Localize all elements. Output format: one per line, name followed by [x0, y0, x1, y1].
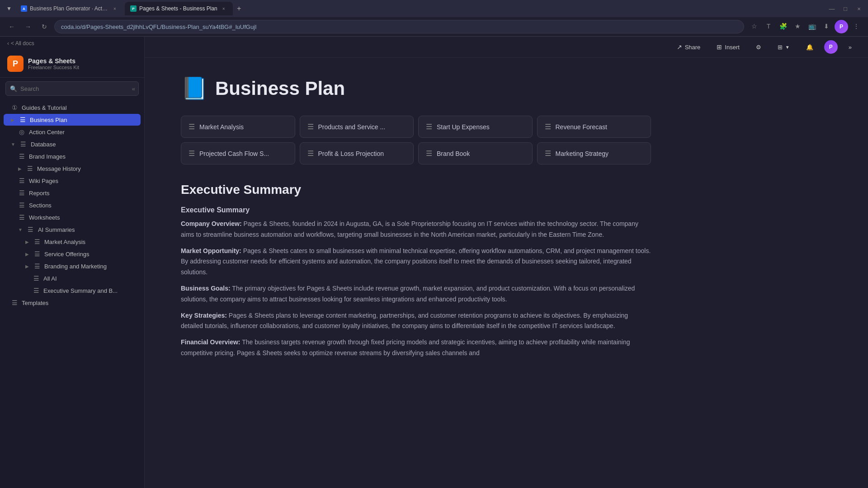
collapse-sidebar-button[interactable]: »	[843, 42, 857, 53]
page-content: 📘 Business Plan ☰ Market Analysis ☰ Prod…	[145, 58, 687, 391]
para-business-goals: Business Goals: The primary objectives f…	[181, 283, 651, 305]
card-products-service[interactable]: ☰ Products and Service ...	[300, 116, 414, 138]
tab-2-close[interactable]: ×	[220, 5, 227, 12]
templates-icon: ☰	[11, 299, 18, 306]
action-center-label: Action Center	[29, 129, 133, 136]
sidebar-item-templates[interactable]: ☰ Templates	[4, 297, 141, 309]
sidebar-item-business-plan[interactable]: ▶ ☰ Business Plan	[4, 114, 141, 126]
sidebar-item-market-analysis[interactable]: ▶ ☰ Market Analysis	[4, 236, 141, 248]
new-tab-button[interactable]: +	[234, 3, 245, 14]
card-brand-book-icon: ☰	[426, 149, 432, 158]
tab-2[interactable]: P Pages & Sheets - Business Plan ×	[125, 2, 233, 15]
profile-avatar[interactable]: P	[835, 20, 848, 33]
search-input[interactable]	[5, 81, 139, 96]
card-cash-flow[interactable]: ☰ Projected Cash Flow S...	[181, 142, 295, 164]
bell-button[interactable]: 🔔	[801, 42, 819, 53]
download-icon[interactable]: ⬇	[820, 20, 833, 33]
insert-icon: ⊞	[717, 43, 722, 51]
card-market-analysis[interactable]: ☰ Market Analysis	[181, 116, 295, 138]
layout-button[interactable]: ⊞ ▼	[772, 42, 795, 53]
para-key-strategies: Key Strategies: Pages & Sheets plans to …	[181, 310, 651, 332]
card-marketing-strategy[interactable]: ☰ Marketing Strategy	[537, 142, 651, 164]
business-plan-expand-icon: ▶	[11, 117, 14, 122]
sections-icon: ☰	[18, 202, 25, 209]
tab-group-button[interactable]: ▼	[4, 3, 14, 14]
sidebar-item-reports[interactable]: ☰ Reports	[4, 187, 141, 199]
user-avatar[interactable]: P	[824, 40, 838, 54]
sidebar-item-service-offerings[interactable]: ▶ ☰ Service Offerings	[4, 248, 141, 260]
templates-label: Templates	[22, 300, 133, 306]
settings-icon: ⚙	[756, 44, 761, 51]
market-analysis-expand-icon: ▶	[25, 239, 29, 244]
section-heading: Executive Summary	[181, 183, 651, 197]
para-key-strategies-label: Key Strategies:	[181, 312, 227, 319]
card-brand-book[interactable]: ☰ Brand Book	[418, 142, 533, 164]
worksheets-icon: ☰	[18, 214, 25, 221]
sidebar-item-brand-images[interactable]: ☰ Brand Images	[4, 150, 141, 162]
back-arrow-icon: ‹	[7, 40, 9, 47]
service-offerings-expand-icon: ▶	[25, 252, 29, 257]
sidebar-item-branding-marketing[interactable]: ▶ ☰ Branding and Marketing	[4, 260, 141, 272]
workspace-icon: P	[7, 56, 24, 72]
sidebar-item-executive-summary[interactable]: ☰ Executive Summary and B...	[4, 285, 141, 296]
para-company-overview: Company Overview: Pages & Sheets, founde…	[181, 219, 651, 240]
menu-icon[interactable]: ⋮	[850, 20, 863, 33]
card-products-service-icon: ☰	[307, 122, 314, 131]
sidebar-item-action-center[interactable]: ◎ Action Center	[4, 126, 141, 138]
translate-icon[interactable]: T	[762, 20, 775, 33]
card-marketing-strategy-label: Marketing Strategy	[556, 150, 609, 157]
forward-button[interactable]: →	[22, 20, 34, 33]
cast-icon[interactable]: 📺	[806, 20, 818, 33]
sidebar-item-all-ai[interactable]: ☰ All AI	[4, 272, 141, 284]
extensions-icon[interactable]: 🧩	[777, 20, 789, 33]
share-label: Share	[685, 44, 701, 51]
business-plan-icon: ☰	[19, 116, 26, 123]
tab-1-close[interactable]: ×	[111, 5, 118, 12]
sidebar-header: P Pages & Sheets Freelancer Success Kit	[0, 50, 144, 78]
back-to-all-docs[interactable]: ‹ < All docs	[0, 37, 144, 50]
card-brand-book-label: Brand Book	[437, 150, 470, 157]
settings-button[interactable]: ⚙	[750, 42, 767, 53]
back-button[interactable]: ←	[5, 20, 18, 33]
business-plan-label: Business Plan	[30, 117, 133, 123]
minimize-button[interactable]: —	[826, 3, 837, 14]
bookmark-icon[interactable]: ☆	[748, 20, 760, 33]
sidebar-item-worksheets[interactable]: ☰ Worksheets	[4, 211, 141, 223]
star-icon[interactable]: ★	[791, 20, 804, 33]
url-bar[interactable]: coda.io/d/Pages-Sheets_d2jlhhLvQFL/Busin…	[54, 20, 744, 33]
message-history-label: Message History	[37, 165, 133, 172]
sidebar-item-sections[interactable]: ☰ Sections	[4, 199, 141, 211]
search-container: 🔍 «	[5, 81, 139, 96]
para-company-overview-text: Pages & Sheets, founded in 2024 in Augus…	[181, 220, 638, 238]
card-cash-flow-label: Projected Cash Flow S...	[199, 150, 269, 157]
browser-chrome: ▼ A Business Plan Generator · Actio... ×…	[0, 0, 868, 37]
insert-button[interactable]: ⊞ Insert	[711, 41, 745, 53]
search-collapse-icon[interactable]: «	[132, 85, 135, 92]
reports-label: Reports	[29, 190, 133, 197]
tab-1[interactable]: A Business Plan Generator · Actio... ×	[15, 2, 124, 15]
card-startup-expenses-icon: ☰	[426, 122, 432, 131]
sections-label: Sections	[29, 202, 133, 209]
para-financial-overview: Financial Overview: The business targets…	[181, 337, 651, 359]
sidebar-item-wiki-pages[interactable]: ☰ Wiki Pages	[4, 175, 141, 187]
message-history-icon: ☰	[26, 165, 33, 172]
card-revenue-forecast[interactable]: ☰ Revenue Forecast	[537, 116, 651, 138]
search-icon: 🔍	[10, 85, 17, 92]
close-button[interactable]: ×	[854, 3, 864, 14]
branding-icon: ☰	[33, 263, 41, 270]
sidebar-item-message-history[interactable]: ▶ ☰ Message History	[4, 163, 141, 174]
executive-summary-section: Executive Summary Executive Summary Comp…	[181, 183, 651, 359]
maximize-button[interactable]: □	[840, 3, 851, 14]
share-button[interactable]: ↗ Share	[671, 41, 706, 53]
refresh-button[interactable]: ↻	[38, 20, 51, 33]
ai-summaries-expand-icon: ▼	[18, 227, 23, 232]
main-content: ↗ Share ⊞ Insert ⚙ ⊞ ▼ 🔔 P »	[145, 37, 868, 488]
sidebar-item-guides[interactable]: ① Guides & Tutorial	[4, 102, 141, 113]
sidebar: ‹ < All docs P Pages & Sheets Freelancer…	[0, 37, 145, 488]
sidebar-item-ai-summaries[interactable]: ▼ ☰ AI Summaries	[4, 224, 141, 235]
card-profit-loss[interactable]: ☰ Profit & Loss Projection	[300, 142, 414, 164]
sidebar-item-database[interactable]: ▼ ☰ Database	[4, 138, 141, 150]
para-market-opportunity-label: Market Opportunity:	[181, 247, 241, 254]
workspace-info: Pages & Sheets Freelancer Success Kit	[28, 57, 137, 70]
card-startup-expenses[interactable]: ☰ Start Up Expenses	[418, 116, 533, 138]
